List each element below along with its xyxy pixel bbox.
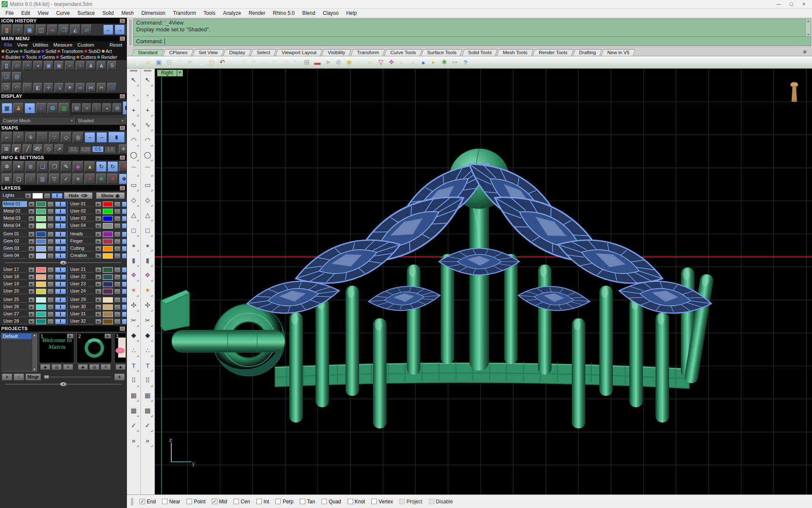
side-tool-icon[interactable]: △ [127,208,140,223]
panel-tool-icon[interactable]: ⌒ [23,83,32,92]
layer-current-button[interactable] [122,289,127,294]
panel-tool-icon[interactable]: ← [103,25,113,35]
toolbar-icon[interactable]: ▤ [206,57,217,67]
layer-lock-button[interactable]: ∩ [114,267,121,273]
layer-row[interactable]: User 18 ▶ ∩ [3,273,66,280]
side-tool-icon[interactable]: ⠿ [127,373,140,388]
toolbar-icon[interactable]: ↻ [291,57,302,67]
panel-tool-icon[interactable]: ∞ [47,25,58,35]
side-tool-icon[interactable]: ↖ [141,72,154,88]
thumbnail-load-button[interactable]: ◆ [40,364,50,370]
side-tool-icon[interactable]: ↖ [127,72,140,88]
layer-lock-button[interactable]: ∩ [47,253,54,259]
gear-icon[interactable]: ✱ [801,49,809,55]
panel-tool-icon[interactable]: ✛ [25,132,36,143]
scroll-up-icon[interactable]: ▲ [807,19,810,22]
panel-tool-icon[interactable]: ● [36,103,47,113]
layer-row[interactable]: User 29 ▶ ∩ [69,296,127,303]
layer-lock-button[interactable]: ∩ [47,297,54,303]
layer-color-swatch[interactable] [103,312,113,317]
toolbar-icon[interactable]: ✱ [439,57,450,67]
panel-tool-icon[interactable]: ◧ [33,83,43,92]
toolbar-icon[interactable]: ↶ [217,57,228,67]
toolbar-icon[interactable]: ◌ [259,57,270,67]
panel-tool-icon[interactable]: ▫ [76,61,85,70]
osnap-checkbox[interactable]: Tan [300,499,315,505]
layer-scrollbar[interactable] [67,231,68,259]
layer-row[interactable]: User 25 ▶ ∩ [3,296,66,303]
layer-expand-button[interactable]: ▶ [95,202,102,207]
toolbar-tab[interactable]: Set View [192,49,224,56]
layer-expand-button[interactable]: ▶ [95,253,102,259]
viewport-label[interactable]: Right ▾ [157,69,183,77]
layer-row[interactable]: Heads ▶ ∩ [69,231,127,237]
side-tool-icon[interactable]: ◻ [127,223,140,238]
layer-current-button[interactable] [55,253,66,259]
panel-tool-icon[interactable]: ◔ [23,61,32,70]
side-tool-icon[interactable]: ◠ [127,133,140,148]
layer-expand-button[interactable]: ▶ [28,232,35,237]
layer-expand-button[interactable]: ▶ [28,209,35,214]
layer-current-button[interactable] [122,223,127,229]
layer-current-button[interactable] [55,312,66,317]
close-icon[interactable]: ✕ [120,155,125,160]
osnap-checkbox[interactable]: Int [256,499,269,505]
layer-color-swatch[interactable] [103,202,113,207]
layer-current-button[interactable] [122,297,127,303]
osnap-checkbox[interactable]: Quad [321,499,341,505]
layer-current-button[interactable] [122,253,127,259]
thumbnail-load-button[interactable]: ◆ [115,364,126,370]
panel-tool-icon[interactable]: ❏ [37,161,48,172]
layer-lock-button[interactable]: ∩ [47,232,54,237]
close-icon[interactable]: ✕ [120,186,125,190]
layer-row[interactable]: User 26 ▶ ∩ [3,304,66,310]
panel-tool-icon[interactable]: ◌ [92,103,102,113]
layer-current-button[interactable] [55,202,66,207]
side-tool-icon[interactable]: ◯ [127,148,140,163]
toolbar-icon[interactable]: ↦ [450,57,460,67]
panel-tool-icon[interactable]: ◩ [12,144,22,154]
command-scrollbar[interactable]: ▲ ▼ [805,19,811,36]
toolbar-tab[interactable]: Mesh Tools [497,49,533,56]
panel-tool-icon[interactable]: ○ [82,103,91,113]
layer-lock-button[interactable]: ∩ [114,312,121,317]
project-thumbnail-preview[interactable]: 2 ▶ [77,333,112,363]
toolbar-icon[interactable]: ✛ [228,57,238,67]
side-tool-icon[interactable]: ✣ [127,298,140,313]
panel-tool-icon[interactable]: ▫ [65,61,74,70]
menubar-item[interactable]: Curve [52,9,74,17]
checkbox-box[interactable] [399,499,405,504]
panel-tool-icon[interactable]: ◜ [14,132,24,143]
project-thumbnail[interactable]: 1 ▶ Welcome to Matrix ◆ ▤ ✕ [39,333,74,372]
side-tool-icon[interactable]: ✓ [141,418,154,433]
toolbar-icon[interactable]: ◫ [175,57,185,67]
main-menu-category[interactable]: Tools [21,55,38,60]
layer-current-button[interactable] [55,319,66,324]
zoom-thumbnails-button[interactable]: + [114,373,125,381]
layer-current-button[interactable] [122,209,127,214]
side-tool-icon[interactable]: ◦ [127,88,140,103]
toolbar-icon[interactable]: ▣ [154,57,164,67]
toolbar-tab[interactable]: Standard [132,49,164,56]
panel-tool-icon[interactable]: ✶ [65,83,74,92]
main-menu-category[interactable]: Solid [41,49,57,54]
side-tool-icon[interactable]: ❖ [127,268,140,283]
snap-step-button[interactable]: 1.0 [104,146,116,152]
move-up-button[interactable]: ↑ [14,373,24,381]
side-tool-icon[interactable]: ✶ [127,283,140,298]
command-history[interactable]: Command: '_4View Display mode set to "Sh… [134,19,811,36]
project-list[interactable]: Default ▲ ▼ [1,333,37,372]
layer-expand-button[interactable]: ▶ [95,274,102,280]
layer-current-button[interactable] [122,282,127,287]
layer-color-swatch[interactable] [36,209,46,214]
panel-tool-icon[interactable]: ↻ [96,161,107,172]
thumbnail-expand-button[interactable]: ▶ [67,334,74,339]
osnap-checkbox[interactable]: Project [399,499,422,505]
layer-lock-button[interactable]: ∩ [47,216,54,221]
side-tool-icon[interactable]: ▩ [127,403,140,418]
layer-row[interactable]: User 31 ▶ ∩ [69,311,127,318]
panel-tool-icon[interactable]: ♟ [86,61,96,70]
toolbar-tab[interactable]: Viewport Layout [275,49,323,56]
thumbnail-delete-button[interactable]: ✕ [101,364,111,370]
layer-lock-button[interactable]: ∩ [114,253,121,259]
